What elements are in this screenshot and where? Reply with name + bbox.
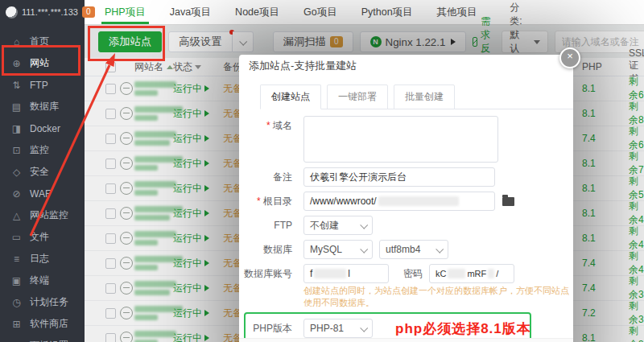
dialog-tabs: 创建站点一键部署批量创建 bbox=[260, 84, 573, 109]
database-icon: ▤ bbox=[11, 101, 22, 113]
tab-Python项目[interactable]: Python项目 bbox=[361, 0, 413, 24]
sidebar-item-cron[interactable]: ◷ 计划任务 bbox=[0, 291, 85, 313]
ftp-row: FTP 不创建 bbox=[249, 216, 573, 235]
waf-icon: ⊘ bbox=[11, 188, 22, 200]
security-icon: ◇ bbox=[11, 167, 22, 178]
domain-row: 域名 bbox=[249, 116, 573, 163]
sidebar-item-logs[interactable]: ≡ 日志 bbox=[0, 248, 85, 270]
create-site-form: 域名 备注 伏羲引擎公开演示后台 根目录 /www/wwwroot/ FTP 不… bbox=[239, 116, 573, 342]
db-account-row: 数据库账号 fl 密码 kCmRF/ bbox=[249, 264, 573, 283]
db-account-label: 数据库账号 bbox=[239, 267, 292, 281]
db-password-label: 密码 bbox=[403, 267, 423, 281]
db-charset-select[interactable]: utf8mb4 bbox=[379, 240, 448, 259]
censored-text bbox=[314, 269, 346, 278]
chevron-down-icon bbox=[360, 245, 368, 253]
server-ip: 111.***.***.133 bbox=[22, 7, 78, 17]
remark-label: 备注 bbox=[249, 171, 292, 184]
panel-logo bbox=[6, 6, 18, 19]
php-version-label: PHP版本 bbox=[249, 322, 292, 336]
panel-app: 111.***.***.133 0 ⌂ 首页 ⊕ 网站 ⇅ FTP ▤ 数据库 … bbox=[0, 0, 644, 342]
message-count-badge[interactable]: 0 bbox=[82, 6, 95, 18]
php-version-select[interactable]: PHP-81 bbox=[303, 319, 373, 338]
sidebar-item-site-monitor[interactable]: △ 网站监控 bbox=[0, 204, 85, 226]
project-type-tabs: PHP项目Java项目Node项目Go项目Python项目其他项目 bbox=[85, 0, 644, 25]
db-type-select[interactable]: MySQL bbox=[303, 240, 373, 259]
close-icon[interactable]: × bbox=[559, 47, 580, 68]
ftp-select[interactable]: 不创建 bbox=[303, 216, 373, 235]
sidebar: 111.***.***.133 0 ⌂ 首页 ⊕ 网站 ⇅ FTP ▤ 数据库 … bbox=[0, 0, 85, 342]
chevron-down-icon bbox=[360, 220, 368, 229]
monitor-icon: ⊡ bbox=[11, 145, 22, 156]
sidebar-item-files[interactable]: ▭ 文件 bbox=[0, 226, 85, 248]
sidebar-item-panel-settings[interactable]: ⚙ 面板设置 bbox=[0, 335, 85, 342]
root-dir-label: 根目录 bbox=[249, 195, 292, 208]
sidebar-header: 111.***.***.133 0 bbox=[0, 0, 85, 24]
terminal-icon: ▣ bbox=[11, 275, 22, 286]
chevron-down-icon bbox=[360, 323, 368, 332]
censored-text bbox=[488, 269, 494, 278]
dialog-tab-一键部署[interactable]: 一键部署 bbox=[327, 84, 388, 109]
sidebar-menu: ⌂ 首页 ⊕ 网站 ⇅ FTP ▤ 数据库 ◨ Docker ⊡ 监控 ◇ 安全… bbox=[0, 24, 85, 342]
root-dir-input[interactable]: /www/wwwroot/ bbox=[303, 192, 495, 211]
dialog-tab-批量创建[interactable]: 批量创建 bbox=[394, 84, 455, 109]
files-icon: ▭ bbox=[11, 232, 22, 243]
database-label: 数据库 bbox=[249, 243, 292, 257]
sidebar-item-docker[interactable]: ◨ Docker bbox=[0, 117, 85, 139]
dialog-tab-创建站点[interactable]: 创建站点 bbox=[260, 84, 321, 109]
sidebar-item-ftp[interactable]: ⇅ FTP bbox=[0, 74, 85, 96]
ftp-label: FTP bbox=[249, 220, 292, 231]
db-hint-text: 创建站点的同时，为站点创建一个对应的数据库帐户，方便不同站点使用不同数据库。 bbox=[303, 285, 573, 309]
db-account-input[interactable]: fl bbox=[303, 264, 389, 283]
folder-icon[interactable] bbox=[502, 197, 514, 206]
add-site-dialog: 添加站点-支持批量建站 × 创建站点一键部署批量创建 域名 备注 伏羲引擎公开演… bbox=[239, 55, 573, 342]
logs-icon: ≡ bbox=[11, 253, 22, 265]
sidebar-item-app-store[interactable]: ⊞ 软件商店 bbox=[0, 313, 85, 335]
tab-其他项目[interactable]: 其他项目 bbox=[437, 0, 477, 24]
site-monitor-icon: △ bbox=[11, 210, 22, 221]
db-password-input[interactable]: kCmRF/ bbox=[429, 264, 514, 283]
root-dir-row: 根目录 /www/wwwroot/ bbox=[249, 192, 573, 211]
domain-textarea[interactable] bbox=[303, 116, 498, 163]
tab-Node项目[interactable]: Node项目 bbox=[235, 0, 279, 24]
website-icon: ⊕ bbox=[11, 58, 22, 69]
docker-icon: ◨ bbox=[11, 123, 22, 134]
tab-Java项目[interactable]: Java项目 bbox=[170, 0, 211, 24]
remark-row: 备注 伏羲引擎公开演示后台 bbox=[249, 167, 573, 187]
sidebar-item-terminal[interactable]: ▣ 终端 bbox=[0, 270, 85, 291]
censored-text bbox=[378, 196, 459, 206]
dialog-footer bbox=[239, 338, 573, 342]
app-store-icon: ⊞ bbox=[11, 319, 22, 330]
database-row: 数据库 MySQL utf8mb4 bbox=[249, 240, 573, 259]
dialog-title: 添加站点-支持批量建站 bbox=[239, 55, 573, 77]
chevron-down-icon bbox=[436, 245, 444, 253]
remark-input[interactable]: 伏羲引擎公开演示后台 bbox=[303, 167, 495, 187]
tab-PHP项目[interactable]: PHP项目 bbox=[105, 0, 146, 24]
sidebar-item-database[interactable]: ▤ 数据库 bbox=[0, 96, 85, 117]
domain-label: 域名 bbox=[249, 119, 292, 133]
cron-icon: ◷ bbox=[11, 297, 22, 308]
sidebar-item-website[interactable]: ⊕ 网站 bbox=[0, 52, 85, 74]
sidebar-item-waf[interactable]: ⊘ WAF bbox=[0, 183, 85, 204]
sidebar-item-home[interactable]: ⌂ 首页 bbox=[0, 31, 85, 52]
censored-text bbox=[448, 269, 465, 278]
php-note-annotation: php必须选择8.1版本 bbox=[395, 319, 531, 338]
tab-Go项目[interactable]: Go项目 bbox=[303, 0, 337, 24]
home-icon: ⌂ bbox=[11, 36, 22, 47]
sidebar-item-monitor[interactable]: ⊡ 监控 bbox=[0, 139, 85, 161]
sidebar-item-security[interactable]: ◇ 安全 bbox=[0, 161, 85, 183]
ftp-icon: ⇅ bbox=[11, 80, 22, 91]
